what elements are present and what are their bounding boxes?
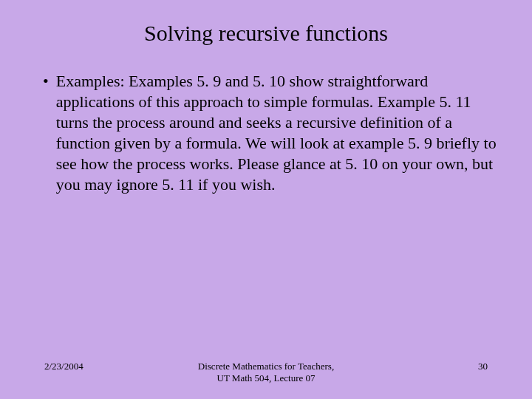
bullet-marker: • [43, 71, 49, 92]
footer-course-line1: Discrete Mathematics for Teachers, [171, 361, 361, 372]
footer-course-info: Discrete Mathematics for Teachers, UT Ma… [171, 361, 361, 384]
slide-footer: 2/23/2004 Discrete Mathematics for Teach… [0, 361, 532, 384]
footer-page-number: 30 [361, 361, 488, 372]
footer-course-line2: UT Math 504, Lecture 07 [171, 372, 361, 384]
footer-date: 2/23/2004 [44, 361, 171, 372]
body-paragraph: Examples: Examples 5. 9 and 5. 10 show s… [56, 71, 499, 195]
bullet-item: • Examples: Examples 5. 9 and 5. 10 show… [43, 71, 502, 195]
slide-content: • Examples: Examples 5. 9 and 5. 10 show… [30, 71, 502, 195]
slide-container: Solving recursive functions • Examples: … [0, 0, 532, 399]
slide-title: Solving recursive functions [30, 21, 502, 46]
